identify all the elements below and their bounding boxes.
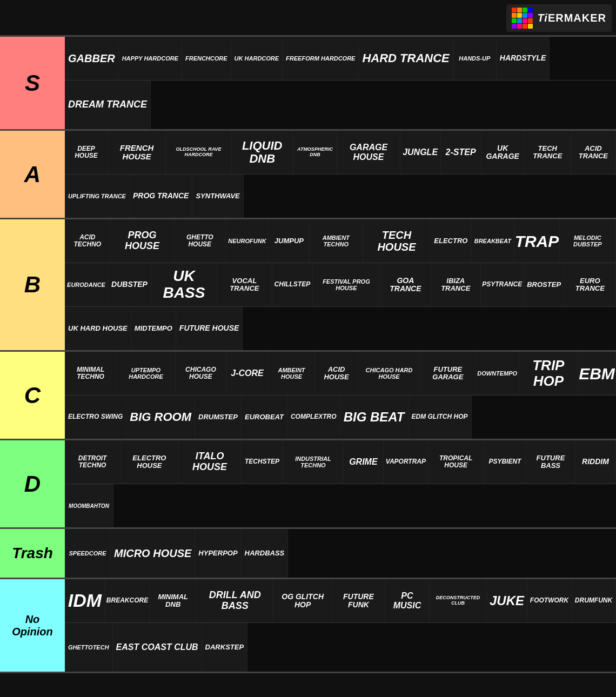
genre-jungle: JUNGLE [400, 131, 441, 174]
tier-no-opinion: No Opinion IDM BREAKCORE MINIMAL DnB DRI… [0, 579, 616, 673]
genre-hardbass: HARDBASS [242, 529, 289, 578]
genre-electro-house: ELECTRO HOUSE [120, 440, 179, 484]
genre-2-step: 2-STEP [441, 131, 481, 174]
genre-uk-hard-house: UK HARD HOUSE [65, 307, 131, 350]
genre-dubstep: DUBSTEP [108, 263, 151, 306]
tier-b-row3: UK HARD HOUSE MIDTEMPO FUTURE HOUSE [65, 307, 616, 350]
genre-drumstep: DRUMSTEP [195, 396, 242, 439]
genre-eurobeat: EUROBEAT [242, 396, 287, 439]
genre-uptempo-hardcore: UPTEMPO HARDCORE [117, 352, 176, 395]
genre-complextro: COMPLEXTRO [287, 396, 340, 439]
genre-big-room: BIG ROOM [126, 396, 195, 439]
genre-ambient-techno: AMBIENT TECHNO [310, 219, 363, 263]
genre-breakbeat: BREAKBEAT [471, 219, 514, 263]
genre-psytrance: PSYTRANCE [481, 263, 524, 306]
genre-uplifting-trance: UPLIFTING TRANCE [65, 175, 130, 218]
genre-atmospheric-dnb: ATMOSPHERIC DnB [293, 131, 338, 174]
tier-a: A DEEP HOUSE FRENCH HOUSE OLDSCHOOL RAVE… [0, 131, 616, 219]
genre-speedcore: SPEEDCORE [65, 529, 111, 578]
genre-edm-glitch-hop: EDM GLITCH HOP [409, 396, 472, 439]
tier-s: S GABBER HAPPY HARDCORE FRENCHCORE UK HA… [0, 37, 616, 131]
genre-chicago-hard-house: CHICAGO HARD HOUSE [358, 352, 420, 395]
tier-b-label: B [0, 219, 65, 350]
genre-hyperpop: HYPERPOP [195, 529, 241, 578]
genre-ambeint-house: AMBEINT HOUSE [269, 352, 315, 395]
genre-freeform-hardcore: FREEFORM HARDCORE [283, 37, 359, 80]
genre-future-garage: FUTURE GARAGE [420, 352, 476, 395]
genre-ghettotech: GHETTOTECH [65, 623, 113, 672]
genre-minimal-dnb: MINIMAL DnB [150, 579, 197, 622]
tier-no-opinion-row2: GHETTOTECH EAST COAST CLUB DARKSTEP [65, 623, 616, 672]
genre-synthwave: SYNTHWAVE [192, 175, 243, 218]
genre-liquid-dnb: LIQUID DnB [232, 131, 293, 174]
genre-dream-trance: DREAM TRANCE [65, 81, 151, 129]
tier-b-row2: EURODANCE DUBSTEP UK BASS VOCAL TRANCE C… [65, 263, 616, 307]
genre-future-house: FUTURE HOUSE [176, 307, 243, 350]
genre-goa-trance: GOA TRANCE [380, 263, 431, 306]
genre-acid-trance: ACID TRANCE [571, 131, 616, 174]
genre-ebm: EBM [578, 352, 616, 395]
tier-s-row2: DREAM TRANCE [65, 81, 616, 129]
genre-og-glitch-hop: OG GLITCH HOP [273, 579, 332, 622]
genre-detroit-techno: DETROIT TECHNO [65, 440, 120, 484]
tier-b: B ACID TECHNO PROG HOUSE GHETTO HOUSE NE… [0, 219, 616, 352]
genre-ibiza-trance: IBIZA TRANCE [431, 263, 481, 306]
genre-downtempo: DOWNTEMPO [476, 352, 519, 395]
genre-j-core: J-CORE [226, 352, 269, 395]
genre-french-house: FRENCH HOUSE [108, 131, 166, 174]
tier-d-row1: DETROIT TECHNO ELECTRO HOUSE ITALO HOUSE… [65, 440, 616, 484]
genre-hard-trance: HARD TRANCE [359, 37, 453, 80]
genre-deep-house: DEEP HOUSE [65, 131, 108, 174]
tier-d-label: D [0, 440, 65, 527]
genre-hardstyle: HARDSTYLE [497, 37, 550, 80]
genre-uk-garage: UK GARAGE [481, 131, 525, 174]
genre-minimal-techno: MINIMAL TECHNO [65, 352, 117, 395]
genre-tech-house: TECH HOUSE [363, 219, 431, 263]
tier-trash-label: Trash [0, 529, 65, 578]
tier-b-row1: ACID TECHNO PROG HOUSE GHETTO HOUSE NEUR… [65, 219, 616, 263]
tier-s-row1: GABBER HAPPY HARDCORE FRENCHCORE UK HARD… [65, 37, 616, 81]
tier-trash: Trash SPEEDCORE MICRO HOUSE HYPERPOP HAR… [0, 529, 616, 579]
tier-d: D DETROIT TECHNO ELECTRO HOUSE ITALO HOU… [0, 440, 616, 529]
genre-juke: JUKE [487, 579, 527, 622]
genre-breakcore: BREAKCORE [105, 579, 150, 622]
genre-hands-up: HANDS-UP [453, 37, 497, 80]
tiermaker-logo: TiERMAKER [506, 4, 612, 32]
genre-jumpup: JUMPUP [269, 219, 310, 263]
genre-footwork: FOOTWORK [527, 579, 572, 622]
genre-brostep: BROSTEP [524, 263, 565, 306]
genre-vocal-trance: VOCAL TRANCE [217, 263, 272, 306]
genre-neurofunk: NEUROFUNK [226, 219, 269, 263]
genre-eurodance: EURODANCE [65, 263, 108, 306]
logo-text: TiERMAKER [537, 12, 606, 24]
genre-idm: IDM [65, 579, 105, 622]
genre-gabber: GABBER [65, 37, 119, 80]
genre-trap: TRAP [514, 219, 559, 263]
genre-moombahton: MOOMBAHTON [65, 484, 113, 527]
genre-prog-trance: PROG TRANCE [130, 175, 192, 218]
genre-trip-hop: TRIP HOP [519, 352, 578, 395]
genre-acid-house: ACID HOUSE [315, 352, 358, 395]
genre-italo-house: ITALO HOUSE [179, 440, 242, 484]
tier-c-row1: MINIMAL TECHNO UPTEMPO HARDCORE CHICAGO … [65, 352, 616, 396]
genre-psybient: PSYBIENT [484, 440, 526, 484]
tier-trash-row1: SPEEDCORE MICRO HOUSE HYPERPOP HARDBASS [65, 529, 616, 578]
genre-drumfunk: DRUMFUNK [572, 579, 616, 622]
genre-electro-swing: ELECTRO SWING [65, 396, 126, 439]
logo-grid-icon [512, 8, 533, 29]
genre-garage-house: GARAGE HOUSE [337, 131, 400, 174]
genre-oldschool-rave-hardcore: OLDSCHOOL RAVE HARDCORE [166, 131, 232, 174]
genre-frenchcore: FRENCHCORE [182, 37, 231, 80]
tier-no-opinion-row1: IDM BREAKCORE MINIMAL DnB DRILL AND BASS… [65, 579, 616, 623]
genre-future-bass: FUTURE BASS [526, 440, 575, 484]
genre-acid-techno: ACID TECHNO [65, 219, 111, 263]
tier-no-opinion-label: No Opinion [0, 579, 65, 672]
genre-deconstructed-club: DECONSTRUCTED CLUB [430, 579, 487, 622]
genre-darkstep: DARKSTEP [202, 623, 248, 672]
tier-a-label: A [0, 131, 65, 218]
genre-happy-hardcore: HAPPY HARDCORE [119, 37, 182, 80]
genre-tech-trance: TECH TRANCE [525, 131, 571, 174]
genre-drill-and-bass: DRILL AND BASS [197, 579, 273, 622]
genre-prog-house: PROG HOUSE [111, 219, 175, 263]
genre-techstep: TECHSTEP [241, 440, 283, 484]
